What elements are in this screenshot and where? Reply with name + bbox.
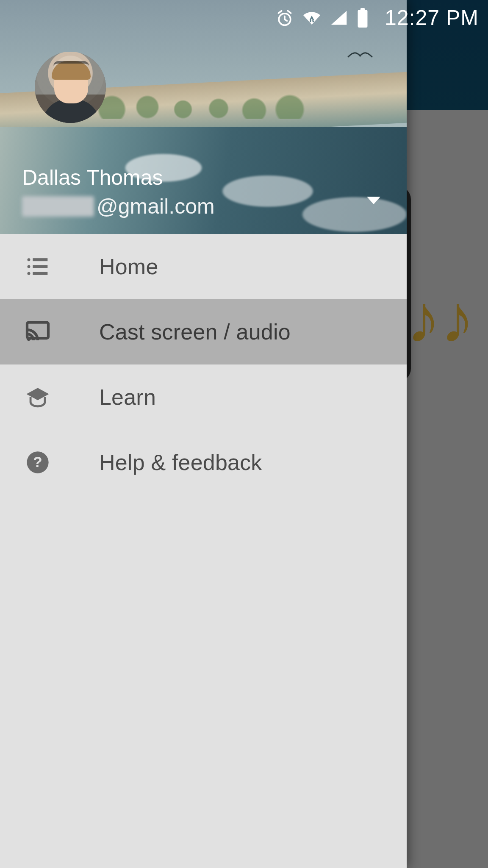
drawer-item-label: Learn bbox=[99, 384, 156, 410]
drawer-item-cast[interactable]: Cast screen / audio bbox=[0, 299, 407, 364]
svg-point-0 bbox=[28, 258, 30, 261]
graduation-cap-icon bbox=[23, 382, 53, 412]
status-bar-time: 12:27 PM bbox=[385, 6, 479, 30]
drawer-item-label: Home bbox=[99, 254, 158, 279]
bird-icon bbox=[347, 51, 373, 61]
svg-point-7 bbox=[27, 337, 31, 341]
svg-point-2 bbox=[28, 265, 30, 268]
drawer-item-label: Cast screen / audio bbox=[99, 319, 291, 345]
signal-icon bbox=[330, 5, 348, 31]
svg-rect-12 bbox=[360, 8, 365, 11]
email-suffix: @gmail.com bbox=[97, 194, 215, 219]
app-screen: ♪♪ r kers. bbox=[0, 0, 488, 868]
drawer-item-label: Help & feedback bbox=[99, 450, 262, 475]
drawer-item-help[interactable]: ? Help & feedback bbox=[0, 430, 407, 495]
account-dropdown-icon[interactable] bbox=[367, 197, 380, 204]
svg-text:?: ? bbox=[33, 453, 42, 470]
wifi-icon bbox=[302, 5, 322, 31]
drawer-item-learn[interactable]: Learn bbox=[0, 364, 407, 430]
svg-rect-1 bbox=[33, 258, 47, 261]
svg-rect-11 bbox=[358, 10, 368, 28]
svg-point-4 bbox=[28, 272, 30, 275]
svg-rect-3 bbox=[33, 265, 47, 268]
drawer-item-home[interactable]: Home bbox=[0, 234, 407, 299]
battery-icon bbox=[356, 5, 369, 31]
cast-icon bbox=[23, 317, 53, 347]
navigation-drawer: Dallas Thomas @gmail.com bbox=[0, 0, 407, 868]
status-bar-right: 12:27 PM bbox=[275, 5, 479, 31]
list-icon bbox=[23, 252, 53, 281]
email-redacted bbox=[22, 196, 94, 217]
status-bar: 12:27 PM bbox=[0, 0, 488, 36]
cover-background-palms bbox=[76, 72, 313, 119]
alarm-icon bbox=[275, 5, 294, 31]
drawer-menu: Home Cast screen / audio bbox=[0, 234, 407, 868]
user-email: @gmail.com bbox=[22, 194, 356, 219]
account-block[interactable]: Dallas Thomas @gmail.com bbox=[22, 165, 356, 219]
svg-rect-5 bbox=[33, 272, 47, 275]
user-name: Dallas Thomas bbox=[22, 165, 356, 190]
help-icon: ? bbox=[23, 448, 53, 477]
avatar[interactable] bbox=[35, 52, 106, 123]
